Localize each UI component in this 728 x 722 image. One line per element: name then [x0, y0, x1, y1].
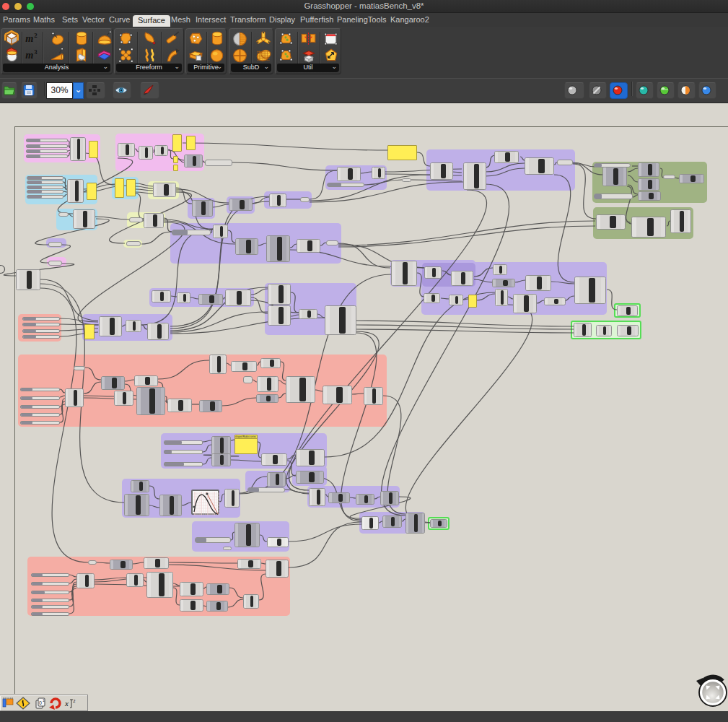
- svg-text:1: 1: [43, 698, 45, 703]
- svg-text:0: 0: [39, 700, 42, 705]
- svg-text:2: 2: [73, 698, 76, 704]
- svg-text:2: 2: [34, 32, 37, 39]
- svg-text:m: m: [25, 49, 33, 61]
- svg-text:m: m: [25, 32, 33, 44]
- svg-text:3: 3: [34, 48, 38, 56]
- svg-text:x: x: [64, 699, 69, 708]
